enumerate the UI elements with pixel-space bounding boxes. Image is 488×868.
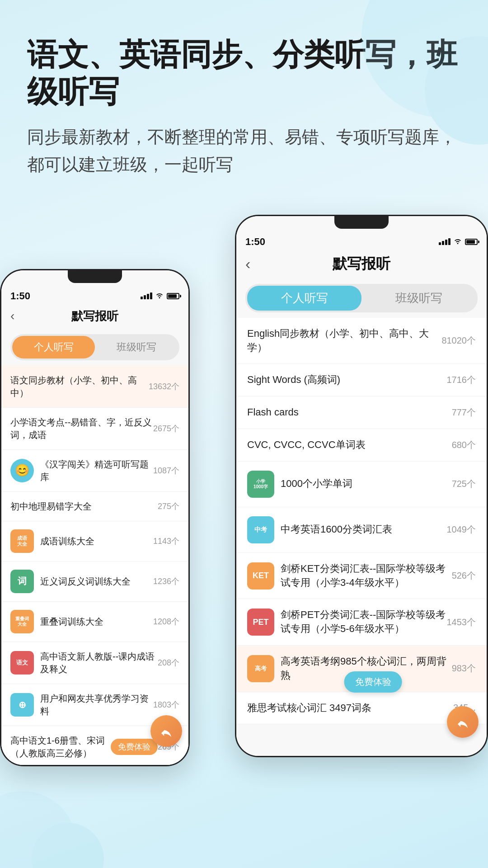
list-item-icon: 成语大全	[10, 529, 34, 553]
list-item-count: 13632个	[149, 381, 179, 392]
list-item-icon: 高考	[247, 655, 274, 682]
left-list-container: 语文同步教材（小学、初中、高中） 13632个 小学语文考点--易错音、字，近反…	[1, 366, 188, 765]
list-item-icon: 小学1000字	[247, 471, 274, 498]
list-item-count: 1049个	[447, 524, 476, 536]
list-item-text: 语文同步教材（小学、初中、高中）	[10, 374, 149, 399]
list-item-count: 1208个	[153, 616, 179, 627]
left-status-time: 1:50	[10, 290, 30, 302]
flash-cards-text: Flash cards	[247, 406, 452, 420]
list-item-count: 1143个	[153, 536, 179, 547]
left-tab-personal[interactable]: 个人听写	[12, 336, 95, 359]
list-item-count: 777个	[452, 406, 476, 419]
left-back-button[interactable]: ‹	[10, 309, 14, 323]
header-section: 语文、英语同步、分类听写，班级听写 同步最新教材，不断整理的常用、易错、专项听写…	[0, 0, 488, 197]
list-item-text: 用户和网友共享优秀学习资料	[40, 692, 153, 717]
right-nav-bar: ‹ 默写报听	[236, 250, 487, 278]
list-item[interactable]: 语文同步教材（小学、初中、高中） 13632个	[1, 366, 188, 408]
left-feedback-button[interactable]	[150, 715, 182, 747]
list-item-text: 近义词反义词训练大全	[40, 575, 153, 588]
left-status-icons	[141, 291, 179, 301]
list-item-icon: 中考	[247, 516, 274, 543]
list-item-icon: 😊	[10, 459, 34, 482]
right-tab-switcher: 个人听写 班级听写	[245, 284, 478, 312]
right-feedback-button[interactable]	[447, 706, 479, 738]
list-item[interactable]: PET 剑桥PET分类词汇表--国际学校等级考试专用（小学5-6年级水平） 14…	[236, 599, 487, 646]
list-item[interactable]: 小学1000字 1000个小学单词 725个	[236, 462, 487, 507]
list-item-count: 2675个	[153, 423, 179, 434]
right-phone-content: 1:50 ‹	[236, 216, 487, 756]
right-back-button[interactable]: ‹	[245, 255, 250, 273]
list-item-icon: 词	[10, 570, 34, 593]
right-phone: 1:50 ‹	[235, 215, 488, 757]
list-item-count: 208个	[158, 657, 179, 668]
left-tab-switcher: 个人听写 班级听写	[10, 334, 179, 360]
list-item-icon: 重叠词大全	[10, 610, 34, 633]
right-free-trial-badge[interactable]: 免费体验	[344, 671, 402, 693]
list-item[interactable]: 初中地理易错字大全 275个	[1, 492, 188, 521]
list-item[interactable]: 成语大全 成语训练大全 1143个	[1, 521, 188, 561]
list-item[interactable]: 😊 《汉字闯关》精选可听写题库 1087个	[1, 450, 188, 492]
list-item-text: English同步教材（小学、初中、高中、大学）	[247, 327, 441, 355]
right-status-icons	[439, 237, 478, 246]
list-item-count: 983个	[452, 662, 476, 675]
free-trial-badge-left[interactable]: 免费体验	[111, 739, 158, 755]
list-item[interactable]: Sight Words (高频词) 1716个	[236, 364, 487, 396]
list-item[interactable]: CVC, CVCC, CCVC单词表 680个	[236, 429, 487, 462]
list-item-icon: ⊕	[10, 693, 34, 717]
main-title: 语文、英语同步、分类听写，班级听写	[27, 36, 461, 110]
list-item-text: 中考英语1600分类词汇表	[281, 523, 447, 537]
list-item[interactable]: 语文 高中语文新人教版--课内成语及释义 208个	[1, 642, 188, 684]
left-status-bar: 1:50	[1, 287, 188, 304]
list-item-count: 1236个	[153, 576, 179, 587]
list-item[interactable]: KET 剑桥KET分类词汇表--国际学校等级考试专用（小学3-4年级水平） 52…	[236, 553, 487, 599]
list-item-text: 重叠词训练大全	[40, 615, 153, 628]
svg-point-3	[32, 823, 104, 868]
list-item[interactable]: 重叠词大全 重叠词训练大全 1208个	[1, 602, 188, 642]
phones-container: 1:50 ‹	[0, 215, 488, 802]
list-item-text: 剑桥PET分类词汇表--国际学校等级考试专用（小学5-6年级水平）	[281, 608, 447, 636]
left-tab-class[interactable]: 班级听写	[95, 336, 178, 359]
list-item-count: 1716个	[447, 374, 476, 386]
list-item-text: 成语训练大全	[40, 535, 153, 547]
list-item-text: 高中语文1-6册雪、宋词（人教版高三必修）	[10, 734, 106, 760]
list-item[interactable]: English同步教材（小学、初中、高中、大学） 81020个	[236, 318, 487, 364]
list-item-count: 1087个	[153, 465, 179, 476]
left-nav-bar: ‹ 默写报听	[1, 304, 188, 329]
list-item[interactable]: 词 近义词反义词训练大全 1236个	[1, 561, 188, 602]
list-item-count: 1803个	[153, 699, 179, 710]
list-item-text: 1000个小学单词	[281, 477, 452, 491]
list-item-count: 725个	[452, 478, 476, 490]
list-item-text: CVC, CVCC, CCVC单词表	[247, 438, 452, 452]
right-nav-title: 默写报听	[333, 254, 390, 274]
list-item-icon: PET	[247, 609, 274, 636]
svg-point-2	[0, 791, 77, 868]
right-status-time: 1:50	[245, 236, 265, 248]
right-list-container: English同步教材（小学、初中、高中、大学） 81020个 Sight Wo…	[236, 318, 487, 725]
right-tab-class[interactable]: 班级听写	[361, 286, 476, 311]
list-item-text: Sight Words (高频词)	[247, 373, 447, 387]
list-item-count: 1453个	[447, 616, 476, 628]
list-item-text: 初中地理易错字大全	[10, 500, 158, 513]
left-phone: 1:50 ‹	[0, 269, 190, 766]
list-item-text: 高中语文新人教版--课内成语及释义	[40, 650, 158, 675]
right-wifi-icon	[453, 237, 462, 246]
list-item[interactable]: 中考 中考英语1600分类词汇表 1049个	[236, 507, 487, 553]
list-item-count: 526个	[452, 570, 476, 582]
left-nav-title: 默写报听	[71, 308, 118, 324]
list-item-text: 雅思考试核心词汇 3497词条	[247, 701, 453, 715]
left-phone-content: 1:50 ‹	[1, 270, 188, 765]
list-item[interactable]: 小学语文考点--易错音、字，近反义词，成语 2675个	[1, 408, 188, 450]
left-wifi-icon	[155, 291, 164, 301]
right-battery-icon	[465, 239, 478, 245]
list-item-text: 小学语文考点--易错音、字，近反义词，成语	[10, 416, 153, 441]
subtitle: 同步最新教材，不断整理的常用、易错、专项听写题库，都可以建立班级，一起听写	[27, 123, 461, 179]
list-item-count: 275个	[158, 501, 179, 512]
left-battery-icon	[167, 293, 179, 299]
list-item-flashcards[interactable]: Flash cards 777个	[236, 396, 487, 429]
left-signal-icon	[141, 292, 152, 299]
list-item-icon: 语文	[10, 651, 34, 675]
list-item-text: 《汉字闯关》精选可听写题库	[40, 458, 153, 483]
list-item-icon: KET	[247, 562, 274, 590]
right-tab-personal[interactable]: 个人听写	[247, 286, 361, 311]
right-signal-icon	[439, 238, 450, 245]
